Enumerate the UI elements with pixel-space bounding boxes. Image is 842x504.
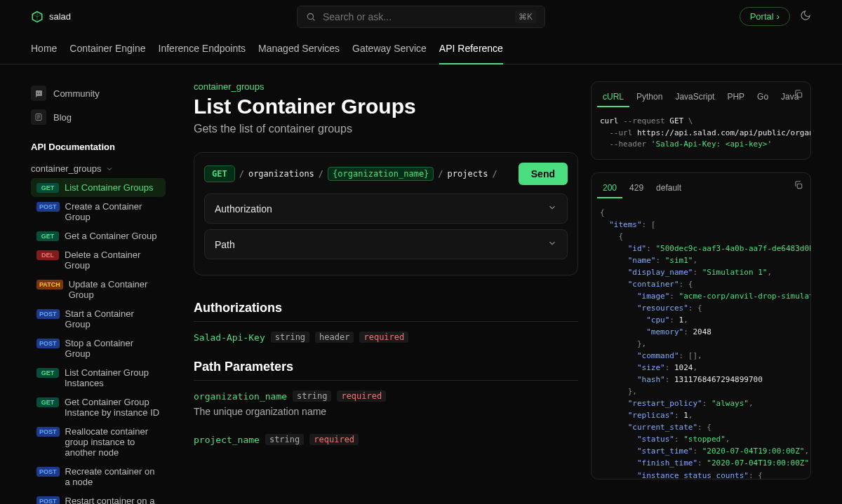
method-badge: GET <box>36 183 59 193</box>
endpoint-item[interactable]: POSTRecreate container on a node <box>31 462 166 491</box>
code-example-card: cURL Python JavaScript PHP Go Java curl … <box>591 81 811 160</box>
logo-icon <box>31 11 44 23</box>
chevron-right-icon: › <box>777 11 780 22</box>
code-lang-tabs: cURL Python JavaScript PHP Go Java <box>592 82 810 107</box>
send-button[interactable]: Send <box>519 163 568 185</box>
endpoint-label: Recreate container on a node <box>65 466 160 487</box>
svg-rect-3 <box>797 184 801 188</box>
expandable-path[interactable]: Path <box>204 229 568 259</box>
tab-home[interactable]: Home <box>31 33 57 64</box>
endpoint-item[interactable]: POSTCreate a Container Group <box>31 197 166 226</box>
logo[interactable]: salad <box>31 11 71 23</box>
api-url-row: GET / organizations / {organization_name… <box>204 163 568 185</box>
param-project-name: project_name string required <box>194 434 578 445</box>
endpoint-item[interactable]: PATCHUpdate a Container Group <box>31 275 166 304</box>
svg-point-0 <box>307 13 313 19</box>
tab-container-engine[interactable]: Container Engine <box>69 33 145 64</box>
page-title: List Container Groups <box>194 95 578 118</box>
moon-icon <box>800 10 811 21</box>
method-badge: POST <box>36 427 60 437</box>
response-card: 200 429 default { "items": [ { "id": "50… <box>591 172 811 479</box>
endpoint-label: Stop a Container Group <box>65 338 160 359</box>
path-params-heading: Path Parameters <box>194 360 578 381</box>
method-badge: PATCH <box>36 280 63 290</box>
status-tab-200[interactable]: 200 <box>597 179 622 198</box>
endpoint-label: Restart container on a node <box>65 496 160 504</box>
method-badge: GET <box>36 397 59 407</box>
http-method-badge: GET <box>204 165 235 182</box>
copy-icon[interactable] <box>794 89 803 101</box>
breadcrumb: container_groups <box>194 81 578 92</box>
api-panel: GET / organizations / {organization_name… <box>194 152 578 275</box>
discord-icon <box>31 86 46 101</box>
code-tab-go[interactable]: Go <box>751 88 774 107</box>
endpoint-item[interactable]: GETGet Container Group Instance by insta… <box>31 393 166 422</box>
endpoint-item[interactable]: POSTReallocate container group instance … <box>31 422 166 462</box>
method-badge: GET <box>36 231 59 241</box>
sidebar: Community Blog API Documentation contain… <box>0 64 174 504</box>
theme-toggle[interactable] <box>800 10 811 23</box>
header: salad ⌘K Portal › <box>0 0 842 33</box>
method-badge: POST <box>36 496 60 504</box>
search-box[interactable]: ⌘K <box>297 6 545 28</box>
chevron-down-icon <box>547 238 557 250</box>
endpoint-label: Get Container Group Instance by instance… <box>65 397 160 418</box>
search-shortcut: ⌘K <box>515 11 536 23</box>
brand-name: salad <box>49 11 71 22</box>
code-tab-php[interactable]: PHP <box>721 88 750 107</box>
endpoint-label: Delete a Container Group <box>65 250 160 271</box>
response-body: { "items": [ { "id": "500dec9c-aaf3-4a0b… <box>592 198 810 479</box>
endpoint-item[interactable]: POSTStart a Container Group <box>31 304 166 334</box>
endpoint-label: List Container Group Instances <box>65 367 160 388</box>
endpoint-label: Create a Container Group <box>65 201 160 222</box>
endpoint-item[interactable]: POSTRestart container on a node <box>31 491 166 504</box>
authorizations-heading: Authorizations <box>194 301 578 322</box>
expandable-authorization[interactable]: Authorization <box>204 193 568 224</box>
page-subtitle: Gets the list of container groups <box>194 123 578 135</box>
tab-inference-endpoints[interactable]: Inference Endpoints <box>159 33 246 64</box>
status-tab-429[interactable]: 429 <box>624 179 649 198</box>
code-tab-curl[interactable]: cURL <box>597 88 629 107</box>
code-body: curl --request GET \ --url https://api.s… <box>592 107 810 159</box>
tab-gateway-service[interactable]: Gateway Service <box>352 33 427 64</box>
endpoint-item[interactable]: GETList Container Group Instances <box>31 363 166 393</box>
method-badge: POST <box>36 467 60 477</box>
svg-rect-2 <box>797 93 801 97</box>
endpoint-label: List Container Groups <box>65 182 153 193</box>
endpoint-item[interactable]: DELDelete a Container Group <box>31 245 166 275</box>
endpoint-label: Reallocate container group instance to a… <box>65 426 160 458</box>
path-param-org[interactable]: {organization_name} <box>328 167 434 181</box>
copy-icon[interactable] <box>794 180 803 192</box>
tab-managed-services[interactable]: Managed Services <box>258 33 340 64</box>
param-organization-name: organization_name string required The un… <box>194 390 578 417</box>
code-tab-python[interactable]: Python <box>631 88 668 107</box>
status-tab-default[interactable]: default <box>650 179 687 198</box>
code-tab-javascript[interactable]: JavaScript <box>669 88 720 107</box>
endpoint-item[interactable]: GETList Container Groups <box>31 178 166 197</box>
sidebar-blog[interactable]: Blog <box>31 105 166 129</box>
method-badge: GET <box>36 368 59 378</box>
sidebar-community[interactable]: Community <box>31 81 166 105</box>
endpoint-label: Get a Container Group <box>65 231 157 241</box>
portal-button[interactable]: Portal › <box>740 7 790 26</box>
chevron-down-icon <box>105 165 114 173</box>
main-content: container_groups List Container Groups G… <box>174 64 591 504</box>
method-badge: POST <box>36 339 60 348</box>
sidebar-group[interactable]: container_groups <box>31 159 166 178</box>
search-icon <box>306 12 316 22</box>
document-icon <box>31 109 46 125</box>
nav-tabs: Home Container Engine Inference Endpoint… <box>0 33 842 64</box>
right-panel: cURL Python JavaScript PHP Go Java curl … <box>591 64 842 504</box>
method-badge: POST <box>36 202 60 212</box>
endpoint-item[interactable]: GETGet a Container Group <box>31 226 166 245</box>
method-badge: POST <box>36 309 60 319</box>
endpoint-label: Start a Container Group <box>65 308 160 329</box>
auth-param: Salad-Api-Key string header required <box>194 332 578 343</box>
endpoint-item[interactable]: POSTStop a Container Group <box>31 334 166 363</box>
search-input[interactable] <box>323 11 508 22</box>
response-status-tabs: 200 429 default <box>592 173 810 198</box>
tab-api-reference[interactable]: API Reference <box>439 33 503 64</box>
method-badge: DEL <box>36 250 59 260</box>
param-name: Salad-Api-Key <box>194 332 265 343</box>
chevron-down-icon <box>547 203 557 214</box>
